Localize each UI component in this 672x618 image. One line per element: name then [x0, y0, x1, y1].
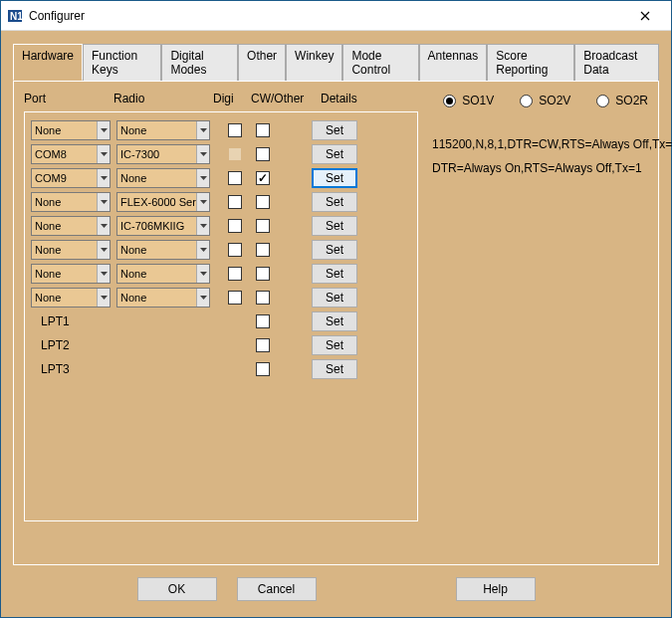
- port-row: NoneNoneSet: [31, 262, 411, 286]
- radio-circle-icon: [520, 95, 533, 107]
- chevron-down-icon: [196, 289, 209, 307]
- port-row: COM9NoneSet: [31, 166, 411, 190]
- radio-so2v[interactable]: SO2V: [520, 94, 570, 107]
- header-port: Port: [24, 92, 113, 105]
- cw-checkbox[interactable]: [256, 314, 270, 328]
- help-button[interactable]: Help: [456, 577, 536, 601]
- chevron-down-icon: [97, 121, 110, 139]
- port-select[interactable]: COM9: [31, 168, 111, 188]
- port-select[interactable]: COM8: [31, 144, 111, 164]
- close-button[interactable]: [625, 2, 665, 30]
- digi-checkbox[interactable]: [228, 171, 242, 185]
- titlebar: N1 Configurer: [1, 1, 671, 31]
- digi-checkbox[interactable]: [228, 219, 242, 233]
- cw-checkbox[interactable]: [256, 123, 270, 137]
- chevron-down-icon: [196, 145, 209, 163]
- radio-select[interactable]: None: [116, 264, 210, 284]
- radio-so1v[interactable]: SO1V: [443, 94, 494, 107]
- lpt-row: LPT2Set: [31, 333, 411, 357]
- chevron-down-icon: [97, 241, 110, 259]
- cw-checkbox[interactable]: [256, 171, 270, 185]
- digi-checkbox-disabled: [228, 147, 242, 161]
- window-title: Configurer: [29, 9, 625, 23]
- chevron-down-icon: [196, 169, 209, 187]
- chevron-down-icon: [196, 265, 209, 283]
- lpt-label: LPT3: [41, 362, 70, 376]
- radio-select[interactable]: IC-7300: [116, 144, 210, 164]
- set-button[interactable]: Set: [312, 216, 357, 236]
- cw-checkbox[interactable]: [256, 219, 270, 233]
- cw-checkbox[interactable]: [256, 267, 270, 281]
- digi-checkbox[interactable]: [228, 267, 242, 281]
- chevron-down-icon: [196, 121, 209, 139]
- set-button[interactable]: Set: [312, 144, 357, 164]
- cw-checkbox[interactable]: [256, 338, 270, 352]
- svg-text:N1: N1: [10, 11, 23, 22]
- port-select[interactable]: None: [31, 120, 111, 140]
- chevron-down-icon: [196, 193, 209, 211]
- header-details: Details: [321, 92, 380, 105]
- radio-circle-icon: [596, 95, 609, 107]
- digi-checkbox[interactable]: [228, 195, 242, 209]
- chevron-down-icon: [97, 169, 110, 187]
- lpt-row: LPT1Set: [31, 309, 411, 333]
- tab-score-reporting[interactable]: Score Reporting: [487, 44, 574, 81]
- dialog-buttons: OK Cancel Help: [13, 565, 659, 605]
- cw-checkbox[interactable]: [256, 195, 270, 209]
- digi-checkbox[interactable]: [228, 123, 242, 137]
- port-select[interactable]: None: [31, 192, 111, 212]
- port-row: NoneNoneSet: [31, 118, 411, 142]
- set-button[interactable]: Set: [312, 359, 357, 379]
- set-button[interactable]: Set: [312, 288, 357, 308]
- ports-box: NoneNoneSetCOM8IC-7300SetCOM9NoneSetNone…: [24, 111, 418, 521]
- details-row-2: 115200,N,8,1,DTR=CW,RTS=Always Off,Tx=1: [432, 137, 672, 151]
- chevron-down-icon: [97, 193, 110, 211]
- tab-function-keys[interactable]: Function Keys: [83, 44, 161, 81]
- chevron-down-icon: [196, 217, 209, 235]
- chevron-down-icon: [97, 145, 110, 163]
- set-button[interactable]: Set: [312, 120, 357, 140]
- header-radio: Radio: [113, 92, 213, 105]
- set-button[interactable]: Set: [312, 264, 357, 284]
- set-button[interactable]: Set: [312, 335, 357, 355]
- header-cw: CW/Other: [251, 92, 321, 105]
- operating-mode-radios: SO1V SO2V SO2R: [443, 94, 648, 107]
- cw-checkbox[interactable]: [256, 243, 270, 257]
- configurer-window: N1 Configurer Hardware Function Keys Dig…: [0, 0, 672, 618]
- set-button[interactable]: Set: [312, 240, 357, 260]
- tab-mode-control[interactable]: Mode Control: [342, 44, 418, 81]
- port-row: NoneNoneSet: [31, 238, 411, 262]
- radio-select[interactable]: None: [116, 240, 210, 260]
- digi-checkbox[interactable]: [228, 291, 242, 305]
- radio-so2r[interactable]: SO2R: [596, 94, 648, 107]
- digi-checkbox[interactable]: [228, 243, 242, 257]
- chevron-down-icon: [97, 217, 110, 235]
- details-row-3: DTR=Always On,RTS=Always Off,Tx=1: [432, 161, 642, 175]
- radio-select[interactable]: None: [116, 288, 210, 308]
- port-select[interactable]: None: [31, 288, 111, 308]
- set-button[interactable]: Set: [312, 192, 357, 212]
- tab-winkey[interactable]: Winkey: [286, 44, 342, 81]
- tab-hardware[interactable]: Hardware: [13, 44, 83, 81]
- port-select[interactable]: None: [31, 264, 111, 284]
- port-select[interactable]: None: [31, 240, 111, 260]
- cancel-button[interactable]: Cancel: [237, 577, 317, 601]
- set-button[interactable]: Set: [312, 311, 357, 331]
- cw-checkbox[interactable]: [256, 291, 270, 305]
- lpt-label: LPT2: [41, 338, 70, 352]
- cw-checkbox[interactable]: [256, 362, 270, 376]
- radio-select[interactable]: IC-706MKIIG: [116, 216, 210, 236]
- cw-checkbox[interactable]: [256, 147, 270, 161]
- ok-button[interactable]: OK: [137, 577, 217, 601]
- port-select[interactable]: None: [31, 216, 111, 236]
- radio-select[interactable]: None: [116, 168, 210, 188]
- radio-select[interactable]: None: [116, 120, 210, 140]
- port-row: NoneNoneSet: [31, 286, 411, 309]
- radio-select[interactable]: FLEX-6000 Series: [116, 192, 210, 212]
- lpt-label: LPT1: [41, 314, 70, 328]
- set-button[interactable]: Set: [312, 168, 357, 188]
- tab-broadcast-data[interactable]: Broadcast Data: [574, 44, 659, 81]
- tab-antennas[interactable]: Antennas: [419, 44, 488, 81]
- tab-digital-modes[interactable]: Digital Modes: [161, 44, 238, 81]
- tab-other[interactable]: Other: [238, 44, 286, 81]
